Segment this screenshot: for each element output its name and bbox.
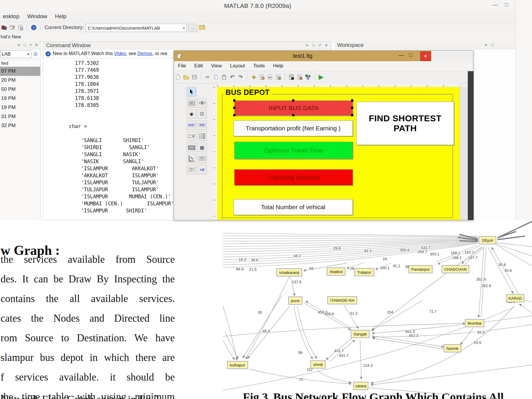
cut-icon[interactable]: ✂ [204, 73, 212, 81]
file-row[interactable]: 20 PM [0, 76, 40, 85]
select-cursor-tool[interactable] [187, 87, 196, 96]
minimize-icon[interactable]: — [399, 52, 404, 58]
column-header-modified[interactable]: fied [0, 59, 40, 67]
listbox-tool[interactable] [197, 132, 207, 141]
selection-handle[interactable] [292, 99, 294, 102]
file-row[interactable]: 32 PM [0, 121, 40, 130]
checkbox-tool[interactable]: ☑ [197, 109, 207, 119]
selection-handle[interactable] [351, 114, 353, 116]
axes-tool[interactable]: ∿ [187, 154, 196, 163]
guide-menu-layout[interactable]: Layout [230, 63, 245, 69]
table-tool[interactable]: ▦ [197, 143, 207, 152]
radiobutton-tool[interactable]: ◉ [187, 109, 196, 119]
selection-handle[interactable] [233, 114, 235, 116]
find-shortest-path-button[interactable]: FIND SHORTEST PATH [356, 102, 454, 145]
button-label: Travelling Distance [267, 174, 320, 181]
open-folder-icon[interactable] [182, 73, 190, 81]
folder-up-icon[interactable] [197, 23, 205, 32]
total-number-of-vehical-button[interactable]: Total Number of vehical [233, 199, 353, 215]
new-document-icon[interactable] [174, 73, 182, 81]
guide-menu-edit[interactable]: Edit [194, 63, 203, 69]
menu-item-help[interactable]: Help [55, 13, 67, 20]
gear-icon[interactable]: ⚙ [33, 51, 38, 57]
paste-icon[interactable] [220, 73, 228, 81]
maximize-icon[interactable]: □ [505, 2, 508, 8]
edge-weight-label: 452.3 [409, 333, 419, 338]
selection-handle[interactable] [233, 107, 235, 109]
browse-button[interactable]: ... [188, 24, 197, 32]
statictext-tool[interactable]: TXT [197, 120, 207, 130]
folder-combobox[interactable]: LAB ▼ [0, 50, 31, 58]
button-label: INPUT BUS DATA [269, 105, 318, 112]
run-icon[interactable]: ▶ [317, 73, 325, 81]
selection-handle[interactable] [351, 107, 353, 109]
file-row[interactable]: 19 PM [0, 103, 40, 112]
travelling-distance-button[interactable]: Travelling Distance [234, 169, 353, 185]
undock-icon[interactable]: ↗ [29, 43, 33, 47]
guide-menu-view[interactable]: View [211, 63, 222, 69]
object-browser-icon[interactable] [304, 73, 312, 81]
selection-handle[interactable] [292, 114, 294, 116]
close-icon[interactable]: ✕ [35, 43, 39, 47]
guide-menu-help[interactable]: Help [273, 63, 283, 69]
buttongroup-tool[interactable]: T° [187, 165, 196, 174]
demos-link[interactable]: Demos [138, 51, 153, 56]
copy-icon[interactable] [212, 73, 220, 81]
graph-edge [372, 316, 532, 333]
menu-item-window[interactable]: Window [27, 13, 47, 20]
tab-order-icon[interactable]: 12 [266, 73, 274, 81]
article-paragraph: the services available from Sourcedes. I… [1, 254, 175, 399]
graph-node-mumbai: Mumbai [465, 319, 484, 327]
popupmenu-tool[interactable] [187, 132, 196, 141]
graph-edge [371, 301, 422, 331]
guide-menu-tools[interactable]: Tools [253, 63, 265, 69]
redo-icon[interactable]: ↷ [236, 73, 245, 81]
selection-handle[interactable] [351, 99, 353, 102]
menu-item-esktop[interactable]: esktop [3, 13, 19, 20]
mfile-icon[interactable] [16, 23, 25, 32]
edittext-tool[interactable]: ED|T [187, 120, 196, 130]
minimize-icon[interactable]: — [493, 2, 498, 8]
shortcut-icon[interactable] [0, 23, 8, 32]
transportation-profit-button[interactable]: Transportation profit (Net Earning ) [233, 120, 353, 136]
pushbutton-tool[interactable]: OK [187, 98, 196, 108]
slider-tool[interactable] [197, 98, 207, 108]
graph-edge [223, 340, 235, 360]
maximize-icon[interactable]: □ [24, 43, 27, 47]
current-directory-label: Current Directory: [45, 25, 84, 30]
file-row[interactable]: 31 PM [0, 112, 40, 121]
panel-dock-controls[interactable]: ⇤ □ [485, 43, 495, 47]
svg-text:KARAD: KARAD [509, 296, 522, 301]
align-objects-icon[interactable]: ✛ [250, 73, 258, 81]
canvas-scrollbar[interactable] [460, 87, 468, 220]
optimum-travel-time-button[interactable]: Optimum Travel Time [234, 142, 353, 159]
window-right-edge [515, 0, 532, 220]
current-directory-combobox[interactable]: C:\Users\admin\Documents\MATLABv [86, 24, 187, 32]
save-icon[interactable] [190, 73, 199, 81]
menu-editor-icon[interactable] [258, 73, 266, 81]
undo-icon[interactable]: ↶ [228, 73, 236, 81]
guide-tool-icon[interactable] [8, 23, 16, 32]
layout-canvas[interactable]: BUS DEPOT INPUT BUS DATATransportation p… [217, 87, 460, 220]
file-row[interactable]: 19 PM [0, 94, 40, 103]
help-icon[interactable]: ? [30, 23, 38, 32]
maximize-icon[interactable]: □ [409, 52, 412, 58]
graph-edge [344, 305, 358, 329]
mfile-editor-icon[interactable] [287, 73, 296, 81]
panel-tool[interactable]: T† [197, 154, 207, 163]
input-bus-data-button[interactable]: INPUT BUS DATA [234, 100, 353, 116]
selection-handle[interactable] [233, 99, 235, 102]
close-icon[interactable]: ✕ [420, 52, 431, 61]
video-link[interactable]: Video [114, 51, 126, 56]
panel-dock-controls[interactable]: ⇤ □ ↗ ✕ [306, 43, 329, 47]
activex-tool[interactable]: ≡X [197, 165, 207, 174]
togglebutton-tool[interactable]: TGL [187, 143, 196, 152]
chevron-down-icon: ▼ [27, 52, 30, 56]
toolbar-editor-icon[interactable] [274, 73, 282, 81]
file-row[interactable]: 07 PM [0, 67, 40, 76]
dock-icon[interactable]: ⇤ [18, 43, 22, 47]
property-inspector-icon[interactable] [296, 73, 304, 81]
guide-menu-file[interactable]: File [178, 63, 186, 69]
whats-new-link[interactable]: hat's New [1, 34, 21, 40]
file-row[interactable]: 50 PM [0, 85, 40, 94]
